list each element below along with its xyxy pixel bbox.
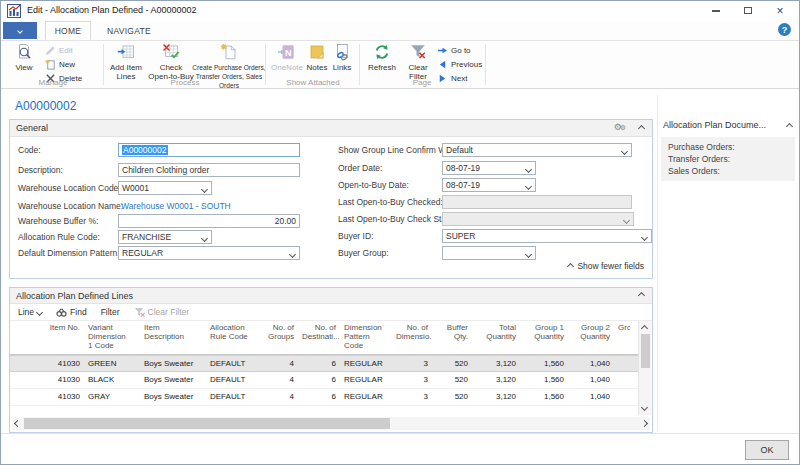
collapse-general-icon[interactable] — [638, 125, 645, 132]
close-button[interactable]: × — [765, 1, 795, 20]
grid-cell[interactable]: 3 — [392, 389, 432, 405]
help-icon[interactable]: ? — [778, 23, 791, 36]
minimize-button[interactable] — [701, 1, 731, 20]
order-date-field[interactable]: 08-07-19 — [442, 161, 536, 175]
chevron-down-icon[interactable] — [525, 166, 532, 173]
description-field[interactable]: Children Clothing order — [118, 163, 300, 177]
grid-header-cell[interactable]: Group 2 Quantity — [568, 321, 614, 354]
chevron-down-icon[interactable] — [525, 183, 532, 190]
goto-button[interactable]: Go to — [437, 44, 471, 57]
grid-header-cell[interactable]: Allocation Rule Code — [206, 321, 264, 354]
chevron-down-icon[interactable] — [201, 186, 208, 193]
grid-cell[interactable]: 1,040 — [568, 372, 614, 388]
grid-cell[interactable]: 6 — [298, 356, 340, 371]
gear-icon[interactable]: ⚙⚙ — [614, 122, 626, 132]
scroll-up-icon[interactable] — [641, 325, 648, 332]
general-fasttab-header[interactable]: General ⚙⚙ — [10, 120, 652, 137]
buyer-id-field[interactable]: SUPER — [442, 229, 652, 243]
previous-button[interactable]: Previous — [437, 58, 482, 71]
grid-cell[interactable]: 520 — [432, 372, 472, 388]
chevron-down-icon[interactable] — [621, 148, 628, 155]
horizontal-scrollbar[interactable] — [12, 417, 650, 430]
grid-header-cell[interactable]: No. of Groups — [264, 321, 298, 354]
grid-cell[interactable]: 6 — [298, 389, 340, 405]
table-row[interactable]: 41030GREENBoys SweaterDEFAULT46REGULAR35… — [10, 355, 638, 372]
grid-cell[interactable]: 41030 — [24, 389, 84, 405]
grid-cell[interactable]: 3,120 — [472, 389, 520, 405]
grid-cell[interactable]: 3 — [392, 372, 432, 388]
chevron-down-icon[interactable] — [641, 234, 648, 241]
open-to-buy-date-field[interactable]: 08-07-19 — [442, 178, 536, 192]
find-button[interactable]: Find — [56, 307, 87, 318]
grid-cell[interactable]: 4 — [264, 356, 298, 371]
scroll-left-icon[interactable] — [14, 420, 21, 427]
vertical-scrollbar[interactable] — [638, 321, 651, 415]
ok-button[interactable]: OK — [745, 440, 789, 460]
grid-header-cell[interactable]: Group 1 Quantity — [520, 321, 568, 354]
warehouse-location-code-field[interactable]: W0001 — [118, 181, 212, 195]
grid-cell[interactable]: 4 — [264, 389, 298, 405]
grid-header-cell[interactable]: Item No. — [24, 321, 84, 354]
grid-cell[interactable]: 1,040 — [568, 356, 614, 371]
grid-cell[interactable]: REGULAR — [340, 372, 392, 388]
chevron-down-icon[interactable] — [289, 251, 296, 258]
grid-cell[interactable]: Boys Sweater — [140, 389, 206, 405]
grid-header-cell[interactable]: Total Quantity — [472, 321, 520, 354]
scroll-down-icon[interactable] — [641, 404, 648, 411]
grid-cell[interactable]: 520 — [432, 356, 472, 371]
grid-cell[interactable]: 3 — [392, 356, 432, 371]
clear-filter-button[interactable]: Clear Filter — [403, 43, 433, 83]
chevron-down-icon[interactable] — [201, 235, 208, 242]
allocation-rule-code-field[interactable]: FRANCHISE — [118, 230, 212, 244]
notes-button[interactable]: Notes — [305, 43, 329, 83]
warehouse-location-name-link[interactable]: Warehouse W0001 - SOUTH — [121, 201, 231, 211]
grid-cell[interactable]: 520 — [432, 389, 472, 405]
grid-cell[interactable]: 1,560 — [520, 389, 568, 405]
grid-header-cell[interactable]: Variant Dimension 1 Code — [84, 321, 140, 354]
grid-header-cell[interactable]: No. of Dimensio... — [392, 321, 432, 354]
grid-header-cell[interactable]: Group — [614, 321, 630, 354]
warehouse-buffer-field[interactable]: 20.00 — [118, 214, 300, 228]
table-row[interactable]: 41030GRAYBoys SweaterDEFAULT46REGULAR352… — [10, 389, 638, 406]
grid-cell[interactable]: Boys Sweater — [140, 372, 206, 388]
grid-cell[interactable]: 3,120 — [472, 372, 520, 388]
grid-cell[interactable]: REGULAR — [340, 389, 392, 405]
grid-cell[interactable]: 41030 — [24, 372, 84, 388]
default-dimension-pattern-field[interactable]: REGULAR — [118, 246, 300, 260]
grid-header-cell[interactable]: Buffer Qty. — [432, 321, 472, 354]
grid-cell[interactable]: 1,560 — [520, 372, 568, 388]
grid-cell[interactable]: Boys Sweater — [140, 356, 206, 371]
grid-header-cell[interactable]: Item Description — [140, 321, 206, 354]
grid-cell[interactable]: GREEN — [84, 356, 140, 371]
grid-cell[interactable]: DEFAULT — [206, 356, 264, 371]
horizontal-scrollbar-thumb[interactable] — [24, 418, 390, 429]
grid-cell[interactable]: 1,560 — [520, 356, 568, 371]
buyer-group-field[interactable] — [442, 246, 536, 260]
add-item-lines-button[interactable]: Add Item Lines — [105, 43, 147, 83]
lines-fasttab-header[interactable]: Allocation Plan Defined Lines — [10, 288, 652, 304]
grid-header-cell[interactable]: Dimension Pattern Code — [340, 321, 392, 354]
chevron-down-icon[interactable] — [525, 251, 532, 258]
code-field[interactable]: A00000002 — [118, 143, 300, 157]
grid-cell[interactable]: 41030 — [24, 356, 84, 371]
grid-cell[interactable]: 6 — [298, 372, 340, 388]
grid-header-cell[interactable]: No. of Destinati... — [298, 321, 340, 354]
new-button[interactable]: New — [45, 58, 75, 71]
line-menu-button[interactable]: Line — [18, 307, 42, 317]
filter-button[interactable]: Filter — [101, 307, 120, 317]
grid-cell[interactable]: REGULAR — [340, 356, 392, 371]
grid-cell[interactable]: DEFAULT — [206, 372, 264, 388]
grid-cell[interactable]: DEFAULT — [206, 389, 264, 405]
grid-cell[interactable]: GRAY — [84, 389, 140, 405]
maximize-button[interactable] — [733, 1, 763, 20]
create-orders-button[interactable]: Create Purchase Orders, Transfer Orders,… — [195, 43, 263, 83]
tab-navigate[interactable]: NAVIGATE — [97, 21, 161, 40]
application-menu-button[interactable] — [3, 22, 37, 39]
table-row[interactable]: 41030BLACKBoys SweaterDEFAULT46REGULAR35… — [10, 372, 638, 389]
tab-home[interactable]: HOME — [45, 21, 91, 40]
collapse-lines-icon[interactable] — [638, 292, 645, 299]
grid-cell[interactable]: 1,040 — [568, 389, 614, 405]
links-button[interactable]: Links — [331, 43, 353, 83]
grid-cell[interactable]: 3,120 — [472, 356, 520, 371]
view-button[interactable]: View — [7, 43, 41, 83]
